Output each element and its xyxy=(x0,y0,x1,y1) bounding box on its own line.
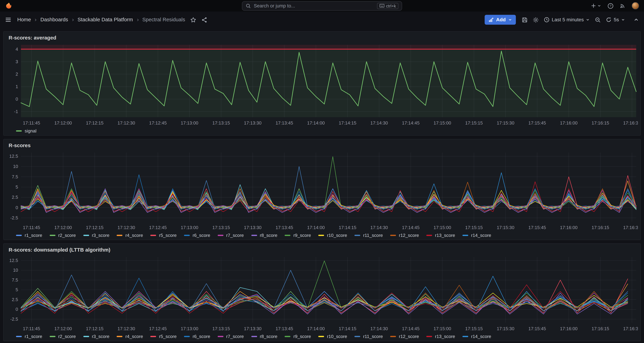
legend-swatch xyxy=(354,336,360,337)
x-axis-tick-label: 17:16:00 xyxy=(560,326,578,331)
add-button-label: Add xyxy=(496,17,506,23)
legend-item-r8_score[interactable]: r8_score xyxy=(251,334,277,339)
legend-swatch xyxy=(218,235,223,236)
legend-item-r9_score[interactable]: r9_score xyxy=(285,233,311,238)
legend-swatch xyxy=(16,130,22,131)
legend-item-r13_score[interactable]: r13_score xyxy=(426,233,455,238)
legend-item-r9_score[interactable]: r9_score xyxy=(285,334,311,339)
legend-label: r9_score xyxy=(293,233,311,238)
chevron-down-icon xyxy=(508,18,512,22)
help-button[interactable]: ? xyxy=(608,3,614,9)
legend-item-r12_score[interactable]: r12_score xyxy=(390,334,419,339)
x-axis-tick-label: 17:12:15 xyxy=(86,326,104,331)
breadcrumb-item-dashboards[interactable]: Dashboards xyxy=(40,17,68,23)
legend-swatch xyxy=(50,336,55,337)
plus-icon xyxy=(590,3,596,9)
breadcrumb-item-home[interactable]: Home xyxy=(17,17,31,23)
legend-item-r11_score[interactable]: r11_score xyxy=(354,233,383,238)
breadcrumb: Home Dashboards Stackable Data Platform … xyxy=(17,17,185,23)
x-axis-tick-label: 17:14:30 xyxy=(370,326,388,331)
zoom-out-button[interactable] xyxy=(595,17,601,23)
breadcrumb-item-folder[interactable]: Stackable Data Platform xyxy=(78,17,133,23)
x-axis-tick-label: 17:16:00 xyxy=(560,120,578,126)
search-input[interactable]: Search or jump to... ctrl+k xyxy=(242,1,402,11)
panel-title[interactable]: R-scores: averaged xyxy=(7,34,637,43)
y-axis-tick-label: 12.5 xyxy=(9,258,18,263)
refresh-picker[interactable]: 5s xyxy=(606,17,625,23)
legend-item-r14_score[interactable]: r14_score xyxy=(462,334,491,339)
avatar[interactable] xyxy=(632,2,639,10)
legend-item-r1_score[interactable]: r1_score xyxy=(16,334,42,339)
collapse-toolbar-button[interactable] xyxy=(633,17,639,23)
legend-label: r14_score xyxy=(471,233,491,238)
panel-title[interactable]: R-scores: downsampled (LTTB algorithm) xyxy=(7,246,637,255)
legend-item-r1_score[interactable]: r1_score xyxy=(16,233,42,238)
legend-item-signal[interactable]: signal xyxy=(16,128,36,133)
legend-item-r14_score[interactable]: r14_score xyxy=(462,233,491,238)
x-axis-tick-label: 17:14:15 xyxy=(339,120,356,126)
legend-item-r10_score[interactable]: r10_score xyxy=(318,334,347,339)
x-axis-tick-label: 17:15:30 xyxy=(497,326,514,331)
help-icon: ? xyxy=(608,3,614,9)
legend-item-r12_score[interactable]: r12_score xyxy=(390,233,419,238)
x-axis-tick-label: 17:12:00 xyxy=(54,120,72,126)
legend-label: r13_score xyxy=(435,233,455,238)
menu-toggle-button[interactable] xyxy=(5,17,12,23)
legend-label: r2_score xyxy=(58,334,76,339)
legend-item-r3_score[interactable]: r3_score xyxy=(83,233,109,238)
legend-swatch xyxy=(390,336,396,337)
legend-item-r5_score[interactable]: r5_score xyxy=(150,233,176,238)
legend-label: r3_score xyxy=(92,334,110,339)
legend-swatch xyxy=(184,336,190,337)
legend-item-r6_score[interactable]: r6_score xyxy=(184,233,210,238)
legend-item-r2_score[interactable]: r2_score xyxy=(50,233,76,238)
legend-label: r6_score xyxy=(193,334,210,339)
dashboard-settings-button[interactable] xyxy=(533,17,539,23)
panel-add-icon xyxy=(488,17,494,23)
legend-label: r5_score xyxy=(159,233,176,238)
chevron-right-icon xyxy=(71,18,74,22)
rss-icon xyxy=(620,3,626,9)
legend-label: r2_score xyxy=(58,233,76,238)
top-nav-actions: ? xyxy=(590,2,639,10)
legend-item-r8_score[interactable]: r8_score xyxy=(251,233,277,238)
legend-item-r5_score[interactable]: r5_score xyxy=(150,334,176,339)
legend-label: r4_score xyxy=(126,334,143,339)
legend-item-r11_score[interactable]: r11_score xyxy=(354,334,383,339)
legend-item-r2_score[interactable]: r2_score xyxy=(50,334,76,339)
legend-item-r4_score[interactable]: r4_score xyxy=(117,233,143,238)
add-panel-button[interactable]: Add xyxy=(485,15,516,25)
legend-item-r3_score[interactable]: r3_score xyxy=(83,334,109,339)
y-axis-tick-label: 0 xyxy=(16,205,18,210)
clock-icon xyxy=(544,17,550,23)
legend-item-r13_score[interactable]: r13_score xyxy=(426,334,455,339)
news-button[interactable] xyxy=(620,3,626,9)
chevron-right-icon xyxy=(34,18,38,22)
legend-swatch xyxy=(16,336,22,337)
save-icon xyxy=(522,17,528,23)
legend-item-r10_score[interactable]: r10_score xyxy=(318,233,347,238)
legend-label: r4_score xyxy=(126,233,143,238)
refresh-icon xyxy=(606,17,612,23)
legend-label: r5_score xyxy=(159,334,176,339)
save-dashboard-button[interactable] xyxy=(522,17,528,23)
x-axis-tick-label: 17:14:30 xyxy=(370,120,388,126)
legend-swatch xyxy=(117,235,122,236)
favorite-button[interactable] xyxy=(190,17,196,23)
panel-r-scores: R-scores -2.502.557.51012.517:11:4517:12… xyxy=(3,139,641,240)
svg-text:?: ? xyxy=(610,4,612,8)
y-axis-tick-label: 2 xyxy=(16,72,18,77)
panel-title[interactable]: R-scores xyxy=(7,142,637,151)
toolbar-actions: Add xyxy=(485,15,639,25)
legend-label: r14_score xyxy=(471,334,491,339)
time-range-picker[interactable]: Last 5 minutes xyxy=(544,17,590,23)
x-axis-tick-label: 17:12:45 xyxy=(149,225,167,230)
legend-item-r6_score[interactable]: r6_score xyxy=(184,334,210,339)
share-button[interactable] xyxy=(201,17,208,23)
legend-item-r7_score[interactable]: r7_score xyxy=(218,334,244,339)
legend-item-r7_score[interactable]: r7_score xyxy=(218,233,244,238)
legend-label: r11_score xyxy=(363,233,383,238)
grafana-logo-icon[interactable] xyxy=(5,2,12,10)
new-menu-button[interactable] xyxy=(590,3,601,9)
legend-item-r4_score[interactable]: r4_score xyxy=(117,334,143,339)
